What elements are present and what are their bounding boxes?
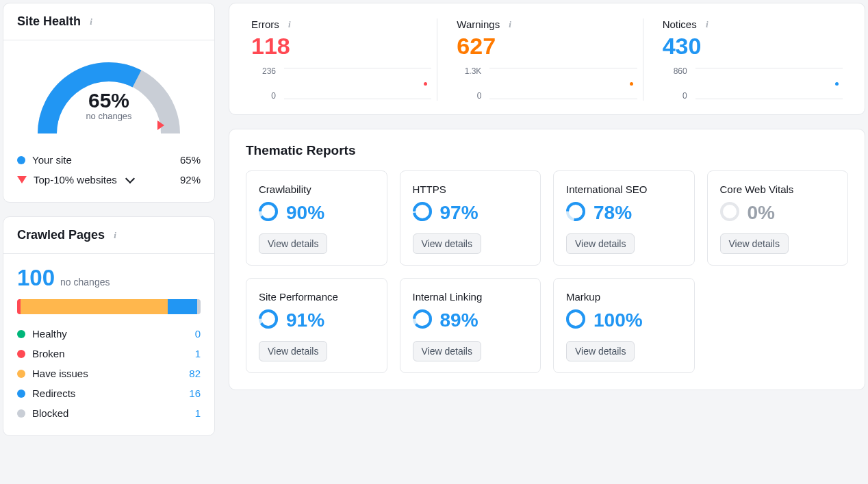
legend-label: Your site (32, 154, 72, 166)
notices-label: Notices (663, 18, 697, 30)
crawled-subtext: no changes (60, 277, 110, 288)
tile-percent: 97% (440, 202, 478, 224)
spark-dot-icon (630, 82, 633, 86)
view-details-button[interactable]: View details (720, 233, 789, 254)
legend-your-site: Your site 65% (17, 150, 201, 170)
crawled-stackbar (17, 299, 201, 314)
thematic-tile-coreWebVitals: Core Web Vitals 0% View details (707, 170, 849, 266)
cp-value: 16 (183, 387, 201, 399)
thematic-tile-sitePerformance: Site Performance 91% View details (246, 278, 387, 373)
spark-dot-icon (835, 82, 839, 86)
cp-row-redirects[interactable]: Redirects 16 (17, 383, 201, 403)
cp-value: 1 (183, 348, 201, 359)
gauge-subtext: no changes (30, 111, 188, 121)
tile-label: Internal Linking (413, 291, 528, 303)
dot-icon (17, 409, 25, 418)
view-details-button[interactable]: View details (413, 341, 481, 361)
stackbar-seg-redirects (168, 299, 197, 314)
issues-strip: Errors i 118 236 0 Warnings i 627 (229, 3, 865, 115)
view-details-button[interactable]: View details (259, 233, 327, 254)
crawled-title: Crawled Pages (17, 228, 105, 242)
view-details-button[interactable]: View details (566, 233, 635, 254)
spark-ymin: 0 (663, 91, 687, 101)
spark-ymax: 1.3K (457, 66, 481, 76)
tile-percent: 100% (593, 309, 643, 331)
view-details-button[interactable]: View details (259, 341, 327, 361)
svg-point-1 (260, 203, 277, 220)
donut-icon (720, 202, 739, 224)
thematic-title: Thematic Reports (246, 143, 848, 158)
svg-point-9 (260, 311, 277, 327)
cp-value: 0 (183, 328, 201, 340)
legend-top10[interactable]: Top-10% websites 92% (17, 170, 201, 190)
tile-label: Core Web Vitals (720, 183, 836, 195)
errors-value: 118 (251, 33, 431, 60)
info-icon[interactable]: i (285, 20, 294, 29)
site-health-title: Site Health (17, 14, 81, 29)
dot-icon (17, 330, 25, 338)
warnings-label: Warnings (457, 18, 500, 30)
tile-percent: 91% (286, 309, 324, 331)
tile-label: Crawlability (259, 183, 374, 195)
svg-point-13 (567, 311, 584, 327)
cp-row-healthy[interactable]: Healthy 0 (17, 324, 201, 344)
thematic-tile-intlSeo: International SEO 78% View details (553, 170, 695, 266)
legend-value: 65% (180, 154, 201, 166)
thematic-tile-crawlability: Crawlability 90% View details (246, 170, 387, 266)
tile-percent: 78% (593, 202, 632, 224)
warnings-value: 627 (457, 33, 637, 60)
donut-icon (259, 309, 278, 331)
errors-sparkline: 236 0 (251, 66, 431, 101)
site-health-header: Site Health i (3, 3, 214, 40)
cp-label: Have issues (32, 368, 88, 379)
spark-ymin: 0 (457, 91, 481, 101)
info-icon[interactable]: i (86, 17, 96, 27)
cp-value: 1 (183, 407, 201, 419)
info-icon[interactable]: i (505, 20, 515, 29)
thematic-tile-https: HTTPS 97% View details (400, 170, 541, 266)
errors-cell[interactable]: Errors i 118 236 0 (246, 18, 437, 101)
cp-label: Redirects (32, 387, 75, 399)
donut-icon (413, 309, 432, 331)
site-health-gauge: 65% no changes (3, 40, 214, 147)
stackbar-seg-blocked (197, 299, 201, 314)
view-details-button[interactable]: View details (413, 233, 481, 254)
spark-ymax: 860 (663, 66, 687, 76)
svg-point-3 (414, 203, 431, 220)
thematic-tile-markup: Markup 100% View details (553, 278, 695, 373)
triangle-down-icon (17, 176, 27, 183)
site-health-card: Site Health i 65% no changes (3, 3, 215, 203)
notices-cell[interactable]: Notices i 430 860 0 (643, 18, 848, 101)
crawled-header: Crawled Pages i (3, 217, 214, 254)
cp-label: Healthy (32, 328, 67, 340)
gauge-percent: 65% (30, 89, 188, 112)
dot-icon (17, 390, 25, 398)
legend-label: Top-10% websites (34, 174, 117, 186)
errors-label: Errors (251, 18, 279, 30)
notices-sparkline: 860 0 (663, 66, 843, 101)
crawled-pages-card: Crawled Pages i 100 no changes Healthy (3, 216, 215, 436)
info-icon[interactable]: i (110, 231, 120, 240)
view-details-button[interactable]: View details (566, 341, 635, 361)
tile-percent: 0% (748, 202, 775, 224)
warnings-cell[interactable]: Warnings i 627 1.3K 0 (437, 18, 642, 101)
info-icon[interactable]: i (702, 20, 712, 29)
notices-value: 430 (663, 33, 843, 60)
cp-row-issues[interactable]: Have issues 82 (17, 364, 201, 383)
tile-label: HTTPS (413, 183, 528, 195)
cp-label: Broken (32, 348, 65, 359)
spark-ymax: 236 (251, 66, 276, 76)
dot-icon (17, 370, 25, 378)
cp-row-blocked[interactable]: Blocked 1 (17, 403, 201, 423)
crawled-total: 100 (17, 265, 55, 291)
dot-icon (17, 156, 25, 164)
spark-dot-icon (424, 82, 427, 86)
tile-label: Markup (566, 291, 682, 303)
donut-icon (566, 202, 585, 224)
tile-percent: 90% (286, 202, 324, 224)
dot-icon (17, 350, 25, 358)
cp-row-broken[interactable]: Broken 1 (17, 344, 201, 364)
chevron-down-icon (125, 174, 135, 183)
cp-value: 82 (183, 368, 201, 379)
svg-point-11 (414, 311, 431, 327)
